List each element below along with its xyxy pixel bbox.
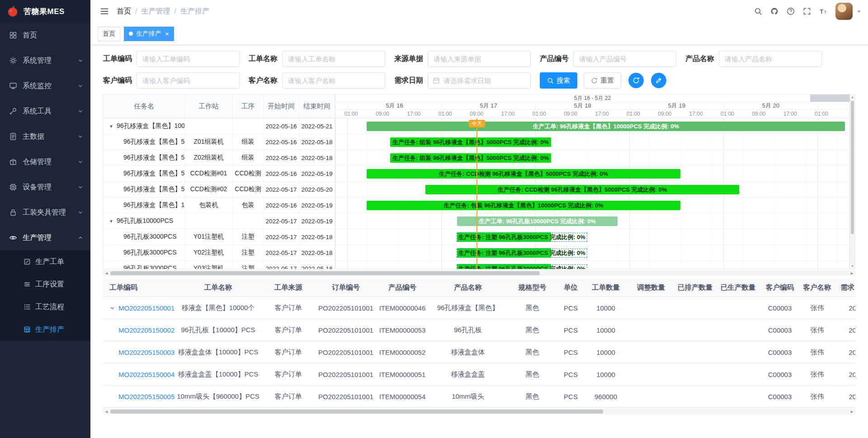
orders-cell: 10000 (583, 304, 628, 312)
horizontal-scroll-thumb[interactable] (110, 410, 603, 414)
timeline-hour-label: 17:00 (398, 110, 429, 118)
gantt-vertical-scrollbar[interactable] (849, 94, 855, 269)
gantt-bar[interactable]: 生产任务: 组装 96孔移液盒【黑色】5000PCS 完成比例: 0% (390, 137, 551, 147)
gantt-bar[interactable]: 生产任务: CCD检测 96孔移液盒【黑色】5000PCS 完成比例: 0% (425, 185, 739, 194)
gantt-bar[interactable]: 生产任务: 注塑 96孔孔板3000PCS 完成比例: 0% (457, 264, 551, 269)
scroll-down-icon[interactable] (850, 264, 855, 269)
gantt-bar[interactable]: 生产任务: 注塑 96孔孔板3000PCS 完成比例: 0% (457, 248, 551, 258)
sidebar-item-0[interactable]: 首页 (0, 23, 90, 48)
app-logo[interactable]: 苦糖果MES (0, 0, 90, 23)
sync-button[interactable] (628, 73, 644, 88)
tab-close-icon[interactable]: × (165, 30, 169, 37)
breadcrumb-item-1[interactable]: 生产管理 (141, 7, 170, 16)
gantt-bar[interactable]: 生产工单: 96孔孔板10000PCS 完成比例: 0% (457, 217, 618, 226)
work-order-link[interactable]: MO202205150005 (118, 393, 175, 400)
sidebar-item-6[interactable]: 设备管理 (0, 174, 90, 200)
orders-row[interactable]: MO202205150003移液盒盒体【10000】PCS客户订单PO20220… (103, 341, 855, 363)
help-button[interactable] (783, 0, 798, 23)
sidebar-item-1[interactable]: 系统管理 (0, 48, 90, 73)
tab-0[interactable]: 首页 (98, 27, 120, 41)
github-button[interactable] (767, 0, 782, 23)
sidebar-toggle-button[interactable] (97, 0, 112, 23)
process-cell: 注塑 (233, 245, 264, 260)
work-order-link[interactable]: MO202205150001 (118, 304, 175, 312)
collapse-icon[interactable]: ▼ (109, 219, 113, 224)
gantt-bar[interactable]: 生产任务: 注塑 96孔孔板3000PCS 完成比例: 0% (457, 232, 551, 242)
scroll-right-icon[interactable] (849, 409, 855, 414)
sidebar-item-4[interactable]: 主数据 (0, 124, 90, 149)
scroll-left-icon[interactable] (103, 409, 110, 414)
expand-row-icon[interactable] (109, 305, 115, 311)
date-input[interactable] (428, 73, 530, 88)
text-input[interactable] (283, 73, 385, 88)
text-input[interactable] (137, 51, 239, 66)
collapse-icon[interactable]: ▼ (109, 124, 113, 129)
header-search-button[interactable] (750, 0, 766, 23)
breadcrumb-item-0[interactable]: 首页 (117, 7, 131, 16)
table-horizontal-scrollbar[interactable] (103, 409, 855, 414)
document-icon (9, 132, 17, 141)
gantt-task-row[interactable]: 96孔孔板3000PCSY02注塑机注塑2022-05-172022-05-18 (104, 245, 335, 261)
reset-button[interactable]: 重置 (584, 72, 621, 89)
sidebar-subitem-2[interactable]: 工艺流程 (0, 296, 90, 318)
work-order-link[interactable]: MO202205150002 (118, 326, 175, 334)
sidebar-subitem-1[interactable]: 工序设置 (0, 273, 90, 296)
gantt-chart-area: 生产工单: 96孔移液盒【黑色】10000PCS 完成比例: 0%生产任务: 组… (335, 118, 849, 269)
sidebar-item-3[interactable]: 系统工具 (0, 99, 90, 124)
gantt-task-row[interactable]: 96孔移液盒【黑色】10000PCS包装机包装2022-05-162022-05… (104, 198, 335, 213)
gantt-task-row[interactable]: ▼96孔孔板10000PCS2022-05-172022-05-19 (104, 213, 335, 229)
vertical-scroll-thumb[interactable] (851, 101, 854, 234)
timeline-day-label: 5月 18 (535, 102, 629, 110)
gantt-task-row[interactable]: 96孔孔板3000PCSY03注塑机注塑2022-05-172022-05-18 (104, 261, 335, 269)
avatar[interactable] (835, 3, 853, 20)
timeline-hour-label: 17:00 (681, 110, 712, 118)
sidebar-item-5[interactable]: 仓储管理 (0, 149, 90, 174)
sidebar-subitem-0[interactable]: 生产工单 (0, 250, 90, 273)
sidebar-item-8[interactable]: 生产管理 (0, 225, 90, 250)
orders-row[interactable]: MO202205150004移液盒盒盖【10000】PCS客户订单PO20220… (103, 363, 855, 386)
caret-down-icon[interactable] (856, 9, 862, 14)
orders-cell: 移液盒盒盖【10000】PCS (176, 370, 260, 379)
orders-row[interactable]: MO20220515000296孔孔板【10000】PCS客户订单PO20220… (103, 319, 855, 341)
gantt-task-row[interactable]: 96孔移液盒【黑色】5000PCSZ02组装机组装2022-05-162022-… (104, 150, 335, 166)
process-cell (233, 213, 264, 229)
gantt-task-row[interactable]: 96孔移液盒【黑色】5000PCSCCD检测#01CCD检测2022-05-16… (104, 166, 335, 182)
gantt-bar[interactable]: 生产工单: 96孔移液盒【黑色】10000PCS 完成比例: 0% (367, 122, 845, 131)
work-order-link[interactable]: MO202205150003 (118, 349, 175, 356)
sidebar-item-2[interactable]: 系统监控 (0, 73, 90, 99)
orders-row[interactable]: MO202205150001移液盒【黑色】10000个客户订单PO2022051… (103, 297, 855, 319)
orders-cell: PCS (558, 393, 583, 400)
timeline-hour-label: 01:00 (336, 110, 367, 118)
orders-cell: 张伟 (800, 304, 834, 312)
gantt-bar[interactable]: 生产任务: 包装 96孔移液盒【黑色】10000PCS 完成比例: 0% (367, 201, 680, 210)
horizontal-scroll-thumb[interactable] (110, 271, 540, 275)
gantt-task-row[interactable]: 96孔移液盒【黑色】5000PCSZ01组装机组装2022-05-162022-… (104, 134, 335, 150)
sidebar-subitem-3[interactable]: 生产排产 (0, 318, 90, 341)
text-input[interactable] (428, 51, 530, 66)
scroll-left-icon[interactable] (103, 270, 110, 276)
edit-button[interactable] (651, 73, 666, 88)
sidebar-item-7[interactable]: 工装夹具管理 (0, 200, 90, 225)
scroll-right-icon[interactable] (849, 270, 855, 276)
scroll-up-icon[interactable] (850, 94, 855, 100)
gantt-task-row[interactable]: ▼96孔移液盒【黑色】10000PCS2022-05-162022-05-21 (104, 118, 335, 134)
work-order-link[interactable]: MO202205150004 (118, 371, 175, 378)
gantt-task-row[interactable]: 96孔移液盒【黑色】5000PCSCCD检测#02CCD检测2022-05-17… (104, 182, 335, 198)
orders-row[interactable]: MO20220515000510mm吸头【960000】PCS客户订单PO202… (103, 386, 855, 408)
tab-1[interactable]: 生产排产× (124, 27, 174, 41)
gantt-bar[interactable]: 生产任务: CCD检测 96孔移液盒【黑色】5000PCS 完成比例: 0% (367, 169, 680, 179)
gantt-horizontal-scrollbar[interactable] (103, 270, 855, 276)
text-input[interactable] (574, 51, 676, 66)
text-input[interactable] (137, 73, 239, 88)
gantt-bar[interactable]: 生产任务: 组装 96孔移液盒【黑色】5000PCS 完成比例: 0% (390, 153, 551, 163)
font-size-button[interactable]: TT (816, 0, 831, 23)
gantt-task-row[interactable]: 96孔孔板3000PCSY01注塑机注塑2022-05-172022-05-18 (104, 229, 335, 245)
search-button[interactable]: 搜索 (540, 72, 577, 89)
text-input[interactable] (719, 51, 821, 66)
gantt-chart-row: 生产任务: 注塑 96孔孔板3000PCS 完成比例: 0% (335, 229, 849, 245)
gantt-chart-row: 生产任务: 组装 96孔移液盒【黑色】5000PCS 完成比例: 0% (335, 134, 849, 150)
text-input[interactable] (283, 51, 385, 66)
process-cell (233, 118, 264, 134)
fullscreen-button[interactable] (799, 0, 815, 23)
gantt-bar-label: 生产任务: 组装 96孔移液盒【黑色】5000PCS 完成比例: 0% (392, 138, 549, 146)
